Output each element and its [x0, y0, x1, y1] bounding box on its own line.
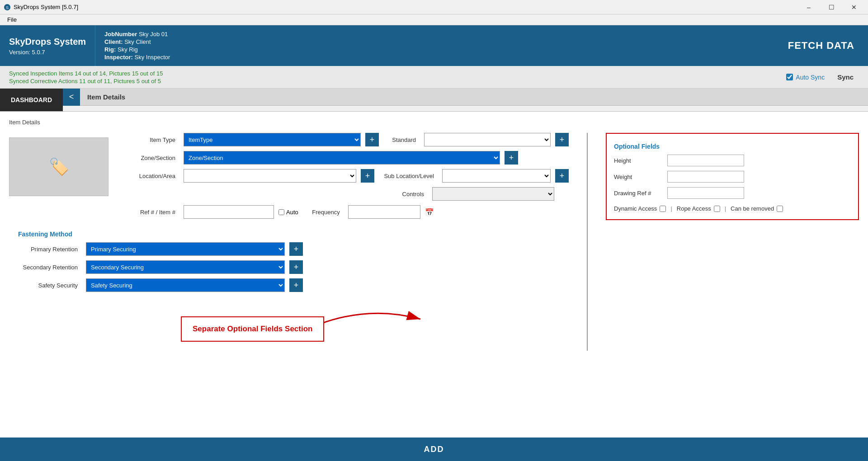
calendar-icon[interactable]: 📅: [425, 208, 434, 216]
safety-security-row: Safety Security Safety Securing +: [18, 278, 569, 292]
location-area-add-button[interactable]: +: [361, 169, 374, 183]
annotation-area: Separate Optional Fields Section: [18, 296, 569, 351]
app-title: SkyDrops System [5.0.7]: [14, 4, 78, 10]
weight-input[interactable]: [667, 171, 744, 183]
dynamic-access-checkbox[interactable]: [660, 206, 666, 212]
minimize-button[interactable]: –: [798, 0, 819, 14]
weight-row: Weight: [614, 171, 851, 183]
rope-access-checkbox[interactable]: [714, 206, 720, 212]
optional-fields-box: Optional Fields Height Weight Drawing Re…: [606, 133, 859, 220]
height-input[interactable]: [667, 155, 744, 166]
rig-info: Rig: Sky Rig: [104, 46, 765, 53]
fetch-data-button[interactable]: FETCH DATA: [788, 40, 854, 52]
primary-retention-row: Primary Retention Primary Securing +: [18, 242, 569, 256]
fastening-method-section: Fastening Method Primary Retention Prima…: [18, 230, 569, 351]
ref-item-label: Ref # / Item #: [116, 209, 179, 216]
sync-controls: Auto Sync Sync: [786, 71, 859, 83]
brand-version: Version: 5.0.7: [9, 49, 86, 56]
file-menu[interactable]: File: [4, 15, 20, 24]
controls-label: Controls: [378, 191, 428, 198]
zone-section-add-button[interactable]: +: [505, 151, 518, 165]
drawing-ref-input[interactable]: [667, 187, 744, 199]
item-details-form: 🏷️ Item Type ItemType + Standard: [9, 133, 859, 351]
item-type-row: Item Type ItemType + Standard +: [116, 133, 569, 146]
bottom-bar: ADD: [0, 437, 868, 461]
secondary-retention-row: Secondary Retention Secondary Securing +: [18, 260, 569, 274]
optional-fields-link[interactable]: Optional Fields: [614, 143, 851, 150]
header-info: JobNumber Sky Job 01 Client: Sky Client …: [95, 25, 774, 66]
window-controls: – ☐ ✕: [798, 0, 864, 14]
main-content: Item Details 🏷️ Item Type ItemType + Sta…: [0, 112, 868, 443]
sync-messages: Synced Inspection Items 14 out of 14, Pi…: [9, 70, 163, 85]
sync-button[interactable]: Sync: [832, 71, 859, 83]
separator-1: |: [670, 205, 672, 212]
maximize-button[interactable]: ☐: [821, 0, 842, 14]
primary-retention-select[interactable]: Primary Securing: [86, 242, 285, 256]
column-divider: [587, 133, 588, 351]
sync-message-2: Synced Corrective Actions 11 out of 11, …: [9, 78, 163, 85]
ref-frequency-row: Ref # / Item # Auto Frequency 10/ 8/2024…: [116, 205, 569, 219]
separator-2: |: [725, 205, 726, 212]
fastening-method-link[interactable]: Fastening Method: [18, 230, 569, 238]
height-label: Height: [614, 157, 664, 164]
nav-bar: < Item Details: [63, 89, 868, 106]
client-info: Client: Sky Client: [104, 38, 765, 45]
can-be-removed-checkbox[interactable]: [777, 206, 783, 212]
dashboard-tab[interactable]: DASHBOARD: [0, 89, 63, 111]
access-row: Dynamic Access | Rope Access | Can be re…: [614, 205, 851, 212]
safety-security-add-button[interactable]: +: [289, 278, 303, 292]
breadcrumb: Item Details: [9, 119, 859, 126]
page-title: Item Details: [80, 93, 132, 101]
nav-section: DASHBOARD < Item Details: [0, 89, 868, 112]
secondary-retention-select[interactable]: Secondary Securing: [86, 260, 285, 274]
safety-security-label: Safety Security: [18, 282, 81, 289]
sub-location-add-button[interactable]: +: [555, 169, 569, 183]
app-icon: S: [4, 4, 11, 11]
close-button[interactable]: ✕: [844, 0, 864, 14]
back-button[interactable]: <: [63, 89, 80, 106]
drawing-ref-row: Drawing Ref #: [614, 187, 851, 199]
standard-select[interactable]: [424, 133, 551, 146]
item-type-label: Item Type: [116, 136, 179, 143]
brand-name: SkyDrops System: [9, 36, 86, 47]
item-type-add-button[interactable]: +: [365, 133, 379, 146]
zone-section-select[interactable]: Zone/Section: [184, 151, 500, 165]
annotation-arrow: [316, 301, 429, 342]
location-area-select[interactable]: [184, 169, 356, 183]
safety-security-select[interactable]: Safety Securing: [86, 278, 285, 292]
primary-retention-label: Primary Retention: [18, 246, 81, 253]
zone-section-row: Zone/Section Zone/Section +: [116, 151, 569, 165]
ref-item-input[interactable]: [184, 205, 274, 219]
controls-select[interactable]: [432, 187, 554, 201]
left-column: 🏷️ Item Type ItemType + Standard: [9, 133, 569, 351]
callout-text: Separate Optional Fields Section: [193, 325, 312, 333]
zone-section-label: Zone/Section: [116, 155, 179, 161]
auto-checkbox[interactable]: [278, 209, 284, 215]
primary-retention-add-button[interactable]: +: [289, 242, 303, 256]
drawing-ref-label: Drawing Ref #: [614, 190, 664, 197]
add-button[interactable]: ADD: [424, 445, 444, 454]
secondary-retention-add-button[interactable]: +: [289, 260, 303, 274]
rope-access-label: Rope Access: [677, 205, 711, 212]
height-row: Height: [614, 155, 851, 166]
standard-add-button[interactable]: +: [555, 133, 569, 146]
location-area-label: Location/Area: [116, 173, 179, 179]
location-area-row: Location/Area + Sub Location/Level +: [116, 169, 569, 183]
auto-sync-toggle[interactable]: Auto Sync: [786, 74, 825, 81]
frequency-input[interactable]: 10/ 8/2024: [348, 205, 420, 219]
sub-location-select[interactable]: [442, 169, 551, 183]
auto-check-label[interactable]: Auto: [278, 209, 298, 216]
weight-label: Weight: [614, 174, 664, 180]
standard-label: Standard: [383, 136, 420, 143]
svg-text:S: S: [6, 5, 9, 10]
secondary-retention-label: Secondary Retention: [18, 264, 81, 271]
job-info: JobNumber Sky Job 01: [104, 31, 765, 38]
title-bar: S SkyDrops System [5.0.7] – ☐ ✕: [0, 0, 868, 14]
controls-row: Controls: [378, 187, 569, 201]
item-type-select[interactable]: ItemType: [184, 133, 361, 146]
auto-sync-checkbox[interactable]: [786, 74, 793, 80]
sync-message-1: Synced Inspection Items 14 out of 14, Pi…: [9, 70, 163, 77]
item-image-area: 🏷️: [9, 137, 108, 196]
app-header: SkyDrops System Version: 5.0.7 JobNumber…: [0, 25, 868, 66]
brand-section: SkyDrops System Version: 5.0.7: [0, 25, 95, 66]
